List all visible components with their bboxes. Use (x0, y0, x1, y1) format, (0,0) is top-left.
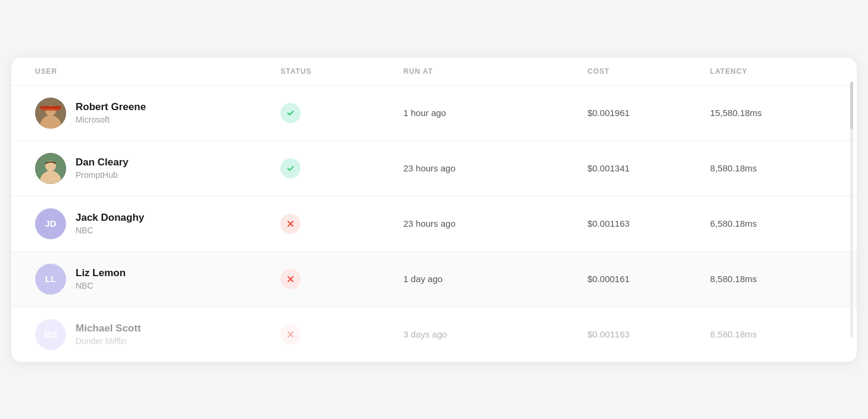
x-icon (286, 330, 295, 339)
user-info: Jack Donaghy NBC (76, 212, 144, 235)
avatar-initials: JD (45, 218, 56, 229)
avatar: MS (35, 319, 66, 350)
cost-value: $0.001163 (588, 218, 710, 229)
user-company: Microsoft (76, 115, 146, 124)
table-row[interactable]: Robert Greene Microsoft 1 hour ago $0.00… (11, 86, 857, 141)
status-badge (280, 324, 301, 345)
status-badge (280, 103, 301, 123)
table-row[interactable]: JD Jack Donaghy NBC 23 hours ago $0.0011… (11, 196, 857, 252)
latency-value: 8,580.18ms (710, 329, 833, 339)
user-cell: MS Michael Scott Dunder Mifflin (35, 319, 280, 350)
table-row[interactable]: LL Liz Lemon NBC 1 day ago $0.000161 8,5… (11, 252, 857, 307)
svg-rect-4 (40, 106, 61, 109)
user-company: NBC (76, 226, 144, 235)
user-cell: Dan Cleary PromptHub (35, 153, 280, 184)
user-info: Michael Scott Dunder Mifflin (76, 323, 141, 346)
user-name: Dan Cleary (76, 157, 129, 168)
user-company: Dunder Mifflin (76, 336, 141, 346)
user-name: Liz Lemon (76, 267, 126, 279)
col-header-run-at: RUN AT (403, 67, 587, 76)
x-icon (286, 275, 295, 283)
run-at-value: 23 hours ago (403, 163, 587, 173)
avatar (35, 98, 66, 129)
col-header-status: STATUS (280, 67, 403, 76)
cost-value: $0.001961 (588, 108, 710, 118)
user-company: PromptHub (76, 170, 129, 180)
status-badge (280, 158, 301, 179)
check-icon (286, 109, 295, 117)
cost-value: $0.001163 (588, 329, 710, 339)
table-header-row: USER STATUS RUN AT COST LATENCY (11, 58, 857, 86)
status-cell (280, 269, 403, 289)
runs-table: USER STATUS RUN AT COST LATENCY (11, 58, 857, 362)
status-badge (280, 269, 301, 289)
scroll-track[interactable] (850, 82, 853, 338)
user-name: Jack Donaghy (76, 212, 144, 224)
latency-value: 6,580.18ms (710, 218, 833, 229)
user-cell: LL Liz Lemon NBC (35, 264, 280, 295)
table-row[interactable]: MS Michael Scott Dunder Mifflin 3 days a… (11, 307, 857, 362)
status-badge (280, 214, 301, 234)
user-info: Dan Cleary PromptHub (76, 157, 129, 180)
col-header-cost: COST (588, 67, 710, 76)
avatar (35, 153, 66, 184)
latency-value: 15,580.18ms (710, 108, 833, 118)
user-name: Robert Greene (76, 101, 146, 113)
user-company: NBC (76, 281, 126, 290)
run-at-value: 3 days ago (403, 329, 587, 339)
user-info: Liz Lemon NBC (76, 267, 126, 290)
status-cell (280, 214, 403, 234)
x-icon (286, 220, 295, 228)
avatar: LL (35, 264, 66, 295)
latency-value: 8,580.18ms (710, 274, 833, 284)
table-container-wrapper: USER STATUS RUN AT COST LATENCY (11, 58, 857, 362)
avatar-image (35, 153, 66, 184)
avatar-image (35, 98, 66, 129)
user-name: Michael Scott (76, 323, 141, 334)
latency-value: 8,580.18ms (710, 163, 833, 173)
cost-value: $0.001341 (588, 163, 710, 173)
avatar-initials: LL (45, 274, 56, 284)
run-at-value: 1 day ago (403, 274, 587, 284)
table-row[interactable]: Dan Cleary PromptHub 23 hours ago $0.001… (11, 141, 857, 196)
cost-value: $0.000161 (588, 274, 710, 284)
status-cell (280, 158, 403, 179)
user-cell: JD Jack Donaghy NBC (35, 208, 280, 239)
scroll-thumb[interactable] (850, 82, 853, 129)
avatar-initials: MS (44, 329, 58, 339)
col-header-user: USER (35, 67, 280, 76)
status-cell (280, 324, 403, 345)
run-at-value: 23 hours ago (403, 218, 587, 229)
user-info: Robert Greene Microsoft (76, 101, 146, 124)
check-icon (286, 164, 295, 173)
col-header-latency: LATENCY (710, 67, 833, 76)
run-at-value: 1 hour ago (403, 108, 587, 118)
user-cell: Robert Greene Microsoft (35, 98, 280, 129)
status-cell (280, 103, 403, 123)
avatar: JD (35, 208, 66, 239)
